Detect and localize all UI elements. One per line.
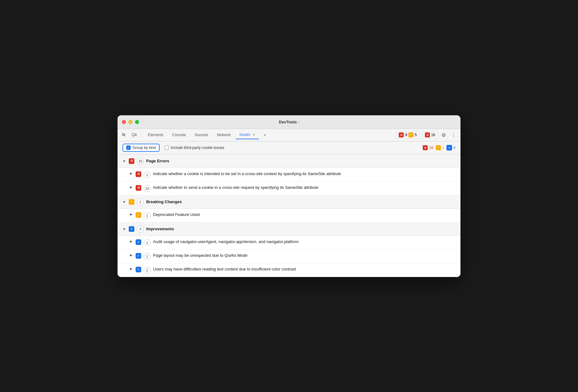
chevron-down-icon: ▼ [123, 159, 126, 163]
issue-row-6[interactable]: ▶ ≡ 2 Users may have difficulties readin… [118, 263, 460, 277]
improvements-count: 4 [137, 226, 144, 232]
more-options-button[interactable]: ⋮ [449, 131, 458, 139]
issue-4-text: Audit usage of navigator.userAgent, navi… [153, 239, 299, 245]
chevron-right-icon-2: ▶ [130, 185, 133, 189]
page-errors-title: Page Errors [146, 159, 169, 163]
issue-1-text: Indicate whether a cookie is intended to… [153, 171, 341, 177]
improvements-icon: ≡ [129, 226, 134, 232]
issue-6-count: 2 [144, 267, 151, 274]
title-bar: DevTools · [118, 115, 460, 129]
page-errors-count: 16 [137, 158, 144, 165]
issues-counts: ✕ 16 ! 1 ≡ 4 [423, 145, 455, 151]
error-count: 9 [405, 133, 407, 137]
issue-row-5[interactable]: ▶ ≡ 1 Page layout may be unexpected due … [118, 250, 460, 263]
chevron-right-icon-5: ▶ [130, 253, 133, 257]
improvements-title: Improvements [146, 227, 174, 231]
issue-2-text: Indicate whether to send a cookie in a c… [153, 185, 318, 190]
error-badge-icon: ✕ [425, 132, 430, 137]
tab-issues-close[interactable]: ✕ [253, 133, 255, 136]
chevron-right-icon-4: ▶ [130, 240, 133, 243]
traffic-lights [122, 120, 139, 124]
minimize-button[interactable] [128, 120, 132, 124]
issue-4-count: 1 [144, 239, 151, 246]
device-icon[interactable] [130, 131, 139, 139]
error-icon: ✕ [399, 132, 404, 137]
section-breaking-changes[interactable]: ▼ ! 1 Breaking Changes [118, 195, 460, 209]
tab-elements[interactable]: Elements [144, 131, 167, 139]
issue-row-3[interactable]: ▶ ! 1 Deprecated Feature Used [118, 209, 460, 222]
warning-icon: ! [408, 132, 413, 137]
issue-1-icon: ✕ [136, 171, 141, 177]
settings-button[interactable]: ⚙ [439, 131, 448, 139]
tab-network[interactable]: Network [213, 131, 234, 139]
breaking-changes-icon: ! [129, 199, 134, 205]
third-party-label: Include third-party cookie issues [171, 146, 224, 150]
svg-rect-1 [135, 134, 137, 136]
issue-5-count: 1 [144, 253, 151, 260]
maximize-button[interactable] [135, 120, 139, 124]
issue-6-icon: ≡ [136, 267, 141, 272]
issues-error-icon: ✕ [423, 145, 428, 150]
tab-sources[interactable]: Sources [191, 131, 212, 139]
issue-2-count: 15 [144, 185, 151, 192]
toolbar-divider-1 [141, 132, 142, 138]
issues-warning-icon: ! [436, 145, 441, 150]
window-title: DevTools · [279, 120, 299, 124]
issues-improvement-icon: ≡ [446, 145, 452, 151]
issues-error-count: ✕ 16 [423, 145, 433, 150]
chevron-right-icon-6: ▶ [130, 267, 133, 270]
issue-3-text: Deprecated Feature Used [153, 212, 200, 218]
chevron-right-icon-3: ▶ [130, 213, 133, 216]
error-warning-badge[interactable]: ✕ 9 ! 5 [396, 131, 419, 139]
breaking-changes-title: Breaking Changes [146, 199, 182, 204]
section-page-errors[interactable]: ▼ ✕ 16 Page Errors [118, 155, 460, 168]
issue-2-icon: ✕ [136, 185, 141, 191]
issue-row-2[interactable]: ▶ ✕ 15 Indicate whether to send a cookie… [118, 182, 460, 195]
svg-rect-0 [132, 133, 135, 136]
warning-count: 5 [415, 133, 417, 137]
chevron-down-icon-2: ▼ [123, 200, 126, 204]
issue-4-icon: ≡ [136, 239, 141, 245]
page-errors-icon: ✕ [129, 158, 134, 164]
third-party-toggle[interactable]: Include third-party cookie issues [165, 146, 224, 150]
issue-row-1[interactable]: ▶ ✕ 1 Indicate whether a cookie is inten… [118, 168, 460, 182]
issue-6-text: Users may have difficulties reading text… [153, 266, 296, 272]
devtools-window: DevTools · Elements Console Sources [118, 115, 460, 277]
tab-issues[interactable]: Issues ✕ [236, 131, 259, 139]
issue-3-count: 1 [144, 212, 151, 219]
third-party-checkbox[interactable] [165, 146, 169, 150]
issue-row-4[interactable]: ▶ ≡ 1 Audit usage of navigator.userAgent… [118, 236, 460, 250]
breaking-changes-count: 1 [137, 198, 144, 205]
inspect-icon[interactable] [120, 131, 129, 139]
group-by-kind-checkbox[interactable]: ✓ [126, 146, 131, 150]
error-count-badge[interactable]: ✕ 16 [422, 131, 438, 139]
issues-improvement-count: ≡ 4 [446, 145, 455, 151]
group-by-kind-label: Group by kind [132, 146, 156, 150]
section-improvements[interactable]: ▼ ≡ 4 Improvements [118, 222, 460, 236]
issue-3-icon: ! [136, 212, 141, 218]
issue-5-icon: ≡ [136, 253, 141, 259]
issue-1-count: 1 [144, 171, 151, 178]
error-badge-count: 16 [431, 133, 435, 137]
tab-console[interactable]: Console [168, 131, 190, 139]
issues-content: ▼ ✕ 16 Page Errors ▶ ✕ 1 Indicate whethe… [118, 155, 460, 277]
main-toolbar: Elements Console Sources Network Issues … [118, 129, 460, 141]
chevron-right-icon: ▶ [130, 172, 133, 175]
group-by-kind-toggle[interactable]: ✓ Group by kind [123, 144, 160, 152]
more-tabs-button[interactable]: » [260, 131, 269, 139]
issues-warning-count: ! 1 [436, 145, 444, 150]
issues-toolbar: ✓ Group by kind Include third-party cook… [118, 141, 460, 155]
close-button[interactable] [122, 120, 126, 124]
issue-5-text: Page layout may be unexpected due to Qui… [153, 253, 248, 258]
chevron-down-icon-3: ▼ [123, 227, 126, 231]
